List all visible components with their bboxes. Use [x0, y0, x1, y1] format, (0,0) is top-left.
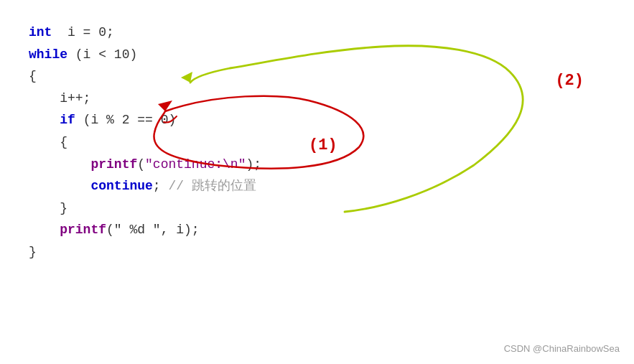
code-line: continue; // 跳转的位置 [29, 175, 605, 197]
code-container: int i = 0;while (i < 10){ i++; if (i % 2… [0, 0, 634, 364]
watermark: CSDN @ChinaRainbowSea [504, 343, 620, 354]
annotation-label-2: (2) [555, 72, 584, 90]
code-line: printf(" %d ", i); [29, 219, 605, 241]
code-line: int i = 0; [29, 22, 605, 44]
annotation-label-1: (1) [309, 136, 337, 154]
code-line: { [29, 65, 605, 88]
code-line: if (i % 2 == 0) [29, 109, 605, 131]
code-line: i++; [29, 88, 605, 110]
code-line: printf("continue:\n"); [29, 154, 605, 176]
code-line: while (i < 10) [29, 44, 605, 66]
code-line: } [29, 197, 605, 220]
code-line: } [29, 241, 605, 263]
